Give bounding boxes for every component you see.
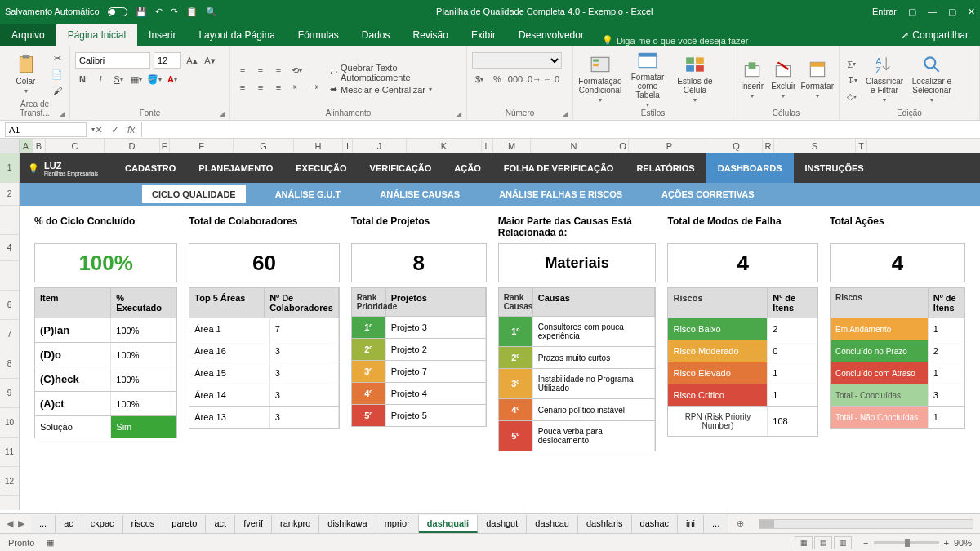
clear-icon[interactable]: ◇▾ [844, 90, 859, 104]
sheet-tab[interactable]: rankpro [272, 515, 319, 533]
format-table-button[interactable]: Formatar como Tabela▾ [626, 49, 670, 109]
cut-icon[interactable]: ✂ [50, 51, 65, 65]
row-header[interactable]: 9 [0, 379, 19, 408]
fill-color-icon[interactable]: 🪣▾ [147, 72, 162, 87]
align-bottom-icon[interactable]: ≡ [271, 64, 286, 78]
orientation-icon[interactable]: ⟲▾ [289, 64, 304, 78]
tab-file[interactable]: Arquivo [0, 24, 56, 46]
sheet-tab[interactable]: dashac [632, 515, 678, 533]
subnav-item[interactable]: ANÁLISE FALHAS E RISCOS [489, 185, 632, 203]
row-header[interactable]: 6 [0, 291, 19, 320]
merge-center-button[interactable]: ⬌ Mesclar e Centralizar ▾ [330, 84, 461, 95]
col-header[interactable]: M [493, 139, 531, 153]
sheet-tab[interactable]: ini [678, 515, 704, 533]
zoom-slider[interactable] [874, 541, 939, 544]
indent-inc-icon[interactable]: ⇥ [307, 80, 322, 95]
save-icon[interactable]: 💾 [136, 7, 147, 17]
col-header[interactable]: A [20, 139, 33, 153]
col-header[interactable]: P [629, 139, 710, 153]
cell-styles-button[interactable]: Estilos de Célula▾ [673, 49, 717, 109]
border-icon[interactable]: ▦▾ [129, 72, 144, 87]
tab-nav-next-icon[interactable]: ▶ [18, 518, 24, 529]
select-all-corner[interactable] [0, 139, 20, 153]
name-box[interactable] [5, 122, 87, 137]
tab-home[interactable]: Página Inicial [56, 24, 137, 46]
col-header[interactable]: R [763, 139, 774, 153]
sheet-tab[interactable]: ... [31, 515, 56, 533]
number-format-select[interactable] [472, 52, 562, 69]
format-painter-icon[interactable]: 🖌 [50, 83, 65, 98]
percent-icon[interactable]: % [490, 72, 505, 87]
col-header[interactable]: B [33, 139, 46, 153]
col-header[interactable]: C [46, 139, 105, 153]
clipboard-launcher[interactable]: ◢ [60, 110, 68, 118]
col-header[interactable]: G [234, 139, 294, 153]
indent-dec-icon[interactable]: ⇤ [289, 80, 304, 95]
undo-icon[interactable]: ↶ [155, 7, 163, 17]
row-header[interactable]: 7 [0, 320, 19, 349]
col-header[interactable]: S [774, 139, 856, 153]
ribbon-options-icon[interactable]: ▢ [908, 7, 916, 17]
close-icon[interactable]: ✕ [968, 7, 975, 17]
row-header[interactable]: 8 [0, 349, 19, 379]
nav-item[interactable]: PLANEJAMENTO [187, 153, 284, 183]
font-color-icon[interactable]: A▾ [165, 72, 180, 87]
formula-input[interactable] [141, 122, 980, 137]
view-page-break-icon[interactable]: ▥ [834, 536, 852, 549]
paste-button[interactable]: Colar▾ [5, 49, 47, 100]
col-header[interactable]: J [353, 139, 407, 153]
col-header[interactable]: T [856, 139, 867, 153]
cancel-formula-icon[interactable]: ✕ [95, 124, 103, 136]
align-top-icon[interactable]: ≡ [235, 64, 250, 78]
sheet-tab[interactable]: dashgut [478, 515, 527, 533]
fx-icon[interactable]: fx [127, 124, 135, 136]
tab-review[interactable]: Revisão [402, 24, 460, 46]
row-header[interactable] [0, 261, 19, 291]
sort-filter-button[interactable]: AZClassificar e Filtrar▾ [862, 49, 906, 109]
tab-nav-prev-icon[interactable]: ◀ [7, 518, 13, 529]
col-header[interactable]: Q [710, 139, 763, 153]
sheet-tab[interactable]: mprior [376, 515, 419, 533]
sheet-tab[interactable]: pareto [163, 515, 206, 533]
autosave-toggle[interactable] [108, 7, 127, 16]
sheet-tab[interactable]: act [206, 515, 235, 533]
row-header[interactable]: 4 [0, 235, 19, 261]
row-header[interactable]: 11 [0, 438, 19, 467]
col-header[interactable]: O [617, 139, 629, 153]
sheet-tab[interactable]: dashfaris [578, 515, 632, 533]
redo-icon[interactable]: ↷ [171, 7, 178, 17]
share-button[interactable]: ↗ Compartilhar [889, 24, 980, 46]
font-launcher[interactable]: ◢ [220, 110, 228, 118]
find-select-button[interactable]: Localizar e Selecionar▾ [910, 49, 954, 109]
delete-cells-button[interactable]: Excluir▾ [769, 49, 797, 109]
autosum-icon[interactable]: Σ▾ [844, 57, 859, 72]
subnav-item[interactable]: AÇÕES CORRETIVAS [652, 185, 764, 203]
macro-rec-icon[interactable]: ▦ [46, 537, 54, 548]
subnav-item[interactable]: ANÁLISE CAUSAS [370, 185, 470, 203]
horizontal-scrollbar[interactable] [759, 519, 973, 529]
wrap-text-button[interactable]: ↩ Quebrar Texto Automaticamente [330, 63, 461, 82]
row-header[interactable] [0, 206, 19, 235]
cond-format-button[interactable]: Formatação Condicional▾ [578, 49, 622, 109]
tab-data[interactable]: Dados [350, 24, 402, 46]
signin-link[interactable]: Entrar [872, 7, 897, 16]
nav-item[interactable]: AÇÃO [443, 153, 492, 183]
minimize-icon[interactable]: — [928, 7, 937, 16]
col-header[interactable]: N [531, 139, 617, 153]
insert-cells-button[interactable]: Inserir▾ [738, 49, 766, 109]
nav-item[interactable]: VERIFICAÇÃO [359, 153, 443, 183]
align-middle-icon[interactable]: ≡ [253, 64, 268, 78]
col-header[interactable]: L [482, 139, 493, 153]
sheet-tab[interactable]: dashquali [419, 515, 478, 533]
align-right-icon[interactable]: ≡ [271, 80, 286, 95]
sheet-tab[interactable]: dishikawa [319, 515, 376, 533]
row-header[interactable]: 1 [0, 153, 19, 183]
fill-icon[interactable]: ↧▾ [844, 73, 859, 88]
shrink-font-icon[interactable]: A▾ [203, 53, 217, 68]
align-launcher[interactable]: ◢ [457, 110, 465, 118]
sheet-tab[interactable]: riscos [123, 515, 164, 533]
align-center-icon[interactable]: ≡ [253, 80, 268, 95]
tellme-search[interactable]: 💡 Diga-me o que você deseja fazer [602, 35, 748, 46]
sheet-tab[interactable]: ac [56, 515, 82, 533]
nav-item[interactable]: FOLHA DE VERIFICAÇÃO [492, 153, 626, 183]
